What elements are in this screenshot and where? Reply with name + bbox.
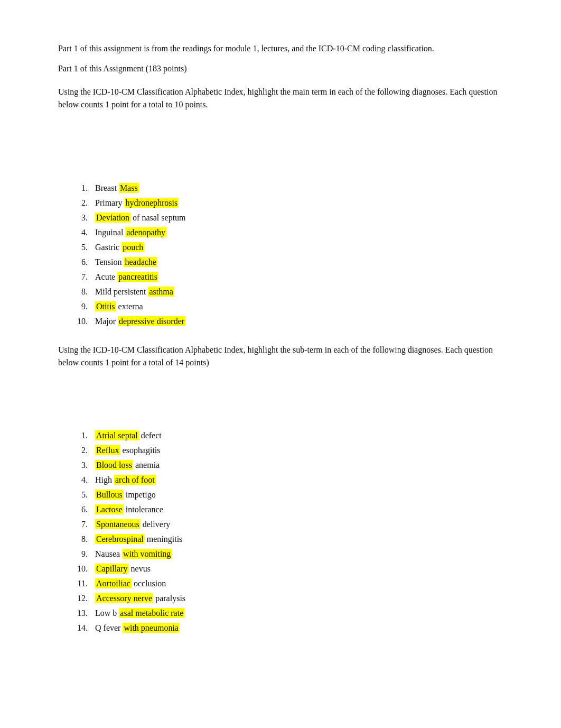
highlighted-term: asthma bbox=[148, 287, 174, 297]
list-item: Low b asal metabolic rate bbox=[90, 607, 503, 620]
section-1-title: Using the ICD-10-CM Classification Alpha… bbox=[58, 86, 503, 111]
list-item: Q fever with pneumonia bbox=[90, 622, 503, 634]
highlighted-term: Spontaneous bbox=[95, 519, 141, 529]
list-item: Reflux esophagitis bbox=[90, 444, 503, 457]
item-prefix: Major bbox=[95, 317, 118, 326]
item-prefix: Gastric bbox=[95, 243, 121, 252]
highlighted-term: Cerebrospinal bbox=[95, 534, 145, 544]
sub-term-list: Atrial septal defectReflux esophagitisBl… bbox=[90, 429, 503, 634]
item-suffix: nevus bbox=[129, 564, 151, 573]
highlighted-term: Lactose bbox=[95, 504, 124, 514]
intro-paragraph-2: Part 1 of this Assignment (183 points) bbox=[58, 62, 503, 75]
spacer-1 bbox=[58, 118, 503, 182]
item-suffix: paralysis bbox=[153, 594, 185, 603]
list-item: Nausea with vomiting bbox=[90, 548, 503, 560]
item-suffix: defect bbox=[139, 431, 162, 440]
intro-paragraph-1: Part 1 of this assignment is from the re… bbox=[58, 42, 503, 55]
item-prefix: Acute bbox=[95, 272, 117, 281]
list-item: High arch of foot bbox=[90, 474, 503, 486]
intro-block: Part 1 of this assignment is from the re… bbox=[58, 42, 503, 75]
highlighted-term: Capillary bbox=[95, 564, 129, 574]
highlighted-term: headache bbox=[124, 257, 157, 267]
item-suffix: meningitis bbox=[145, 535, 183, 543]
list-item: Blood loss anemia bbox=[90, 459, 503, 472]
section-2-description: Using the ICD-10-CM Classification Alpha… bbox=[58, 344, 503, 369]
highlighted-term: asal metabolic rate bbox=[119, 608, 184, 618]
list-item: Primary hydronephrosis bbox=[90, 197, 503, 209]
list-item: Atrial septal defect bbox=[90, 429, 503, 442]
list-item: Gastric pouch bbox=[90, 241, 503, 254]
section-2-title: Using the ICD-10-CM Classification Alpha… bbox=[58, 344, 503, 369]
highlighted-term: Mass bbox=[119, 183, 139, 193]
list-item: Inguinal adenopathy bbox=[90, 226, 503, 239]
highlighted-term: Aortoiliac bbox=[95, 578, 132, 588]
highlighted-term: with pneumonia bbox=[123, 623, 180, 633]
item-prefix: Nausea bbox=[95, 549, 122, 558]
highlighted-term: depressive disorder bbox=[118, 316, 185, 326]
item-suffix: externa bbox=[116, 302, 143, 311]
highlighted-term: Accessory nerve bbox=[95, 593, 153, 603]
highlighted-term: hydronephrosis bbox=[125, 198, 179, 208]
highlighted-term: Deviation bbox=[95, 213, 130, 223]
list-item: Acute pancreatitis bbox=[90, 271, 503, 283]
list-item: Mild persistent asthma bbox=[90, 285, 503, 298]
item-suffix: delivery bbox=[141, 520, 170, 529]
highlighted-term: Atrial septal bbox=[95, 430, 139, 440]
highlighted-term: pouch bbox=[121, 242, 144, 252]
item-prefix: Mild persistent bbox=[95, 287, 148, 296]
list-item: Accessory nerve paralysis bbox=[90, 592, 503, 605]
highlighted-term: Reflux bbox=[95, 445, 120, 455]
main-term-list: Breast MassPrimary hydronephrosisDeviati… bbox=[90, 182, 503, 328]
item-suffix: esophagitis bbox=[120, 446, 161, 455]
item-prefix: Tension bbox=[95, 257, 124, 266]
section-1-description: Using the ICD-10-CM Classification Alpha… bbox=[58, 86, 503, 111]
list-item: Otitis externa bbox=[90, 300, 503, 313]
item-suffix: intolerance bbox=[124, 505, 163, 514]
list-item: Lactose intolerance bbox=[90, 503, 503, 516]
list-item: Major depressive disorder bbox=[90, 315, 503, 328]
item-prefix: Inguinal bbox=[95, 228, 125, 237]
highlighted-term: adenopathy bbox=[125, 227, 166, 237]
item-suffix: anemia bbox=[133, 460, 160, 469]
item-prefix: Breast bbox=[95, 183, 119, 192]
list-item: Capillary nevus bbox=[90, 563, 503, 575]
list-item: Bullous impetigo bbox=[90, 489, 503, 501]
item-prefix: High bbox=[95, 475, 114, 484]
highlighted-term: with vomiting bbox=[122, 549, 172, 559]
highlighted-term: Otitis bbox=[95, 301, 116, 311]
list-item: Breast Mass bbox=[90, 182, 503, 195]
item-suffix: of nasal septum bbox=[130, 213, 185, 222]
highlighted-term: pancreatitis bbox=[117, 272, 158, 282]
item-prefix: Low b bbox=[95, 609, 119, 618]
list-item: Spontaneous delivery bbox=[90, 518, 503, 531]
highlighted-term: arch of foot bbox=[114, 475, 156, 485]
list-item: Aortoiliac occlusion bbox=[90, 577, 503, 590]
spacer-2 bbox=[58, 376, 503, 429]
item-prefix: Primary bbox=[95, 198, 125, 207]
list-item: Cerebrospinal meningitis bbox=[90, 533, 503, 546]
item-suffix: impetigo bbox=[124, 490, 156, 499]
highlighted-term: Blood loss bbox=[95, 460, 133, 470]
list-item: Tension headache bbox=[90, 256, 503, 269]
item-suffix: occlusion bbox=[132, 579, 166, 588]
list-item: Deviation of nasal septum bbox=[90, 211, 503, 224]
item-prefix: Q fever bbox=[95, 623, 123, 632]
highlighted-term: Bullous bbox=[95, 490, 124, 500]
